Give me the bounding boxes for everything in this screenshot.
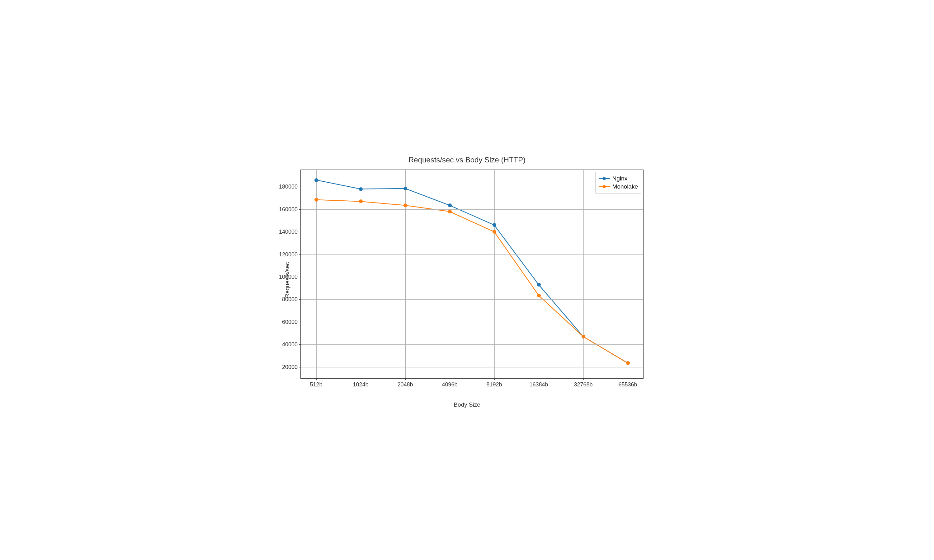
data-point [404,187,407,191]
gridline-vertical [539,170,539,378]
legend-label: Nginx [612,175,628,182]
x-tick-label: 512b [310,382,322,388]
chart-container: Requests/sec vs Body Size (HTTP) Request… [252,149,682,411]
gridline-horizontal [301,209,643,210]
gridline-horizontal [301,299,643,300]
chart-lines-svg [301,170,643,378]
gridline-horizontal [301,277,643,277]
y-tick-mark [299,232,301,232]
gridline-vertical [628,170,628,378]
y-tick-label: 160000 [279,206,297,212]
data-point [404,203,407,207]
legend-marker-icon [599,178,610,179]
y-tick-label: 100000 [279,274,297,280]
x-tick-label: 8192b [486,382,502,388]
y-tick-label: 40000 [282,341,297,348]
series-line [316,200,628,363]
y-tick-label: 180000 [279,183,297,190]
x-tick-mark [316,378,317,380]
x-tick-label: 1024b [353,382,368,388]
x-tick-mark [405,378,406,380]
data-point [493,223,496,227]
x-tick-label: 16384b [529,382,548,388]
x-tick-mark [583,378,584,380]
data-point [314,178,318,182]
x-tick-mark [628,378,628,380]
x-tick-mark [361,378,361,380]
data-point [537,283,541,286]
data-point [493,230,496,234]
y-tick-label: 60000 [282,318,297,325]
y-tick-label: 80000 [282,296,297,303]
chart-title: Requests/sec vs Body Size (HTTP) [252,155,682,164]
y-tick-label: 120000 [279,251,297,258]
data-point [626,361,630,365]
data-point [537,294,541,297]
x-tick-label: 2048b [397,382,413,388]
data-point [359,187,363,191]
y-tick-mark [299,277,301,277]
data-point [314,198,318,202]
x-tick-label: 32768b [574,382,592,388]
legend: NginxMonolake [595,172,641,194]
y-tick-mark [299,254,301,255]
gridline-horizontal [301,367,643,368]
gridline-vertical [405,170,406,378]
data-point [448,210,452,214]
y-tick-label: 20000 [282,364,297,370]
y-tick-label: 140000 [279,229,297,235]
y-tick-mark [299,299,301,300]
series-line [316,180,628,363]
gridline-horizontal [301,322,643,322]
legend-entry: Nginx [599,175,638,183]
x-tick-label: 65536b [618,382,637,388]
data-point [581,335,585,338]
gridline-horizontal [301,232,643,232]
plot-area: NginxMonolake 20000400006000080000100000… [301,169,644,378]
x-tick-label: 4096b [442,382,457,388]
y-tick-mark [299,367,301,368]
data-point [359,199,363,203]
y-tick-mark [299,322,301,322]
data-point [448,203,452,207]
y-tick-mark [299,209,301,210]
x-axis-label: Body Size [454,402,480,408]
x-tick-mark [539,378,539,380]
gridline-horizontal [301,254,643,255]
gridline-vertical [583,170,584,378]
